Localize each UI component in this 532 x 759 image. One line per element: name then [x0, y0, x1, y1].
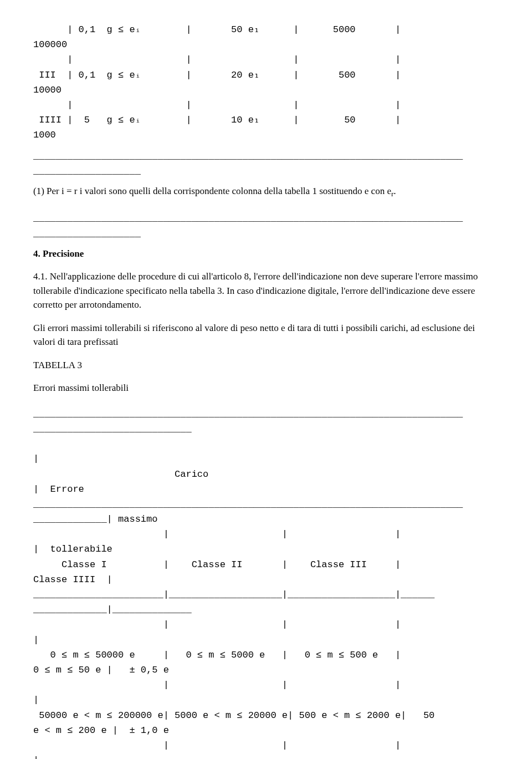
section-4-title: 4. Precisione: [33, 247, 499, 261]
section-4.1-body2: Gli errori massimi tollerabili si riferi…: [33, 321, 499, 349]
separator-rule: ________________________________________…: [33, 149, 499, 179]
section-4.1-num: 4.1.: [33, 271, 48, 282]
footnote-text: (1) Per i = r i valori sono quelli della…: [33, 186, 391, 196]
section-4.1-body: Nell'applicazione delle procedure di cui…: [33, 271, 478, 310]
tabella-3-title: TABELLA 3: [33, 358, 499, 373]
tabella-3-body: ________________________________________…: [33, 406, 499, 759]
top-table: | 0,1 g ≤ eᵢ | 50 e₁ | 5000 | 100000 | |…: [33, 22, 499, 143]
footnote-tail: .: [393, 186, 396, 196]
tabella-3-caption: Errori massimi tollerabili: [33, 381, 499, 395]
separator-rule-2: ________________________________________…: [33, 211, 499, 241]
